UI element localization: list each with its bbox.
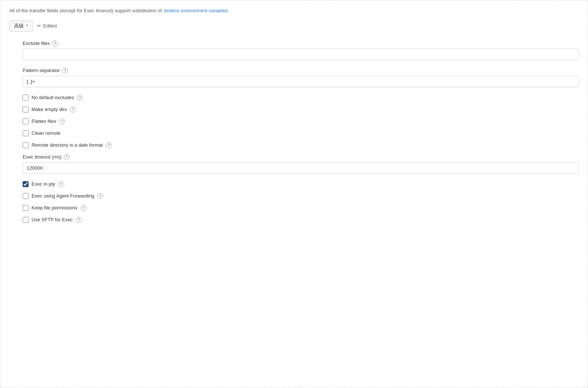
exclude-files-group: Exclude files ? — [23, 40, 579, 60]
keep-file-permissions-checkbox[interactable] — [23, 205, 29, 211]
no-default-excludes-row: No default excludes ? — [23, 95, 579, 101]
use-sftp-exec-label[interactable]: Use SFTP for Exec — [23, 217, 73, 223]
exec-in-pty-row: Exec in pty ? — [23, 181, 579, 187]
info-text-before: All of the transfer fields (except for E… — [9, 8, 163, 13]
make-empty-dirs-help-icon[interactable]: ? — [70, 107, 76, 113]
use-sftp-exec-text: Use SFTP for Exec — [32, 217, 73, 222]
jenkins-env-vars-link[interactable]: Jenkins environment variables — [163, 8, 228, 13]
keep-file-permissions-label[interactable]: Keep file permissions — [23, 205, 78, 211]
exec-in-pty-text: Exec in pty — [32, 181, 55, 187]
exec-agent-forwarding-checkbox[interactable] — [23, 193, 29, 199]
remote-dir-date-format-checkbox[interactable] — [23, 142, 29, 148]
no-default-excludes-text: No default excludes — [32, 95, 74, 100]
use-sftp-exec-help-icon[interactable]: ? — [76, 217, 82, 223]
remote-dir-date-format-row: Remote directory is a date format ? — [23, 142, 579, 148]
keep-file-permissions-row: Keep file permissions ? — [23, 205, 579, 211]
flatten-files-help-icon[interactable]: ? — [59, 118, 65, 124]
exclude-files-label: Exclude files ? — [23, 40, 579, 46]
make-empty-dirs-row: Make empty dirs ? — [23, 107, 579, 113]
pattern-separator-label: Pattern separator ? — [23, 68, 579, 74]
exec-agent-forwarding-label[interactable]: Exec using Agent Forwarding — [23, 193, 94, 199]
exec-agent-forwarding-help-icon[interactable]: ? — [97, 193, 103, 199]
flatten-files-row: Flatten files ? — [23, 118, 579, 124]
pattern-separator-help-icon[interactable]: ? — [62, 68, 68, 74]
pattern-separator-label-text: Pattern separator — [23, 68, 60, 73]
pattern-separator-group: Pattern separator ? — [23, 68, 579, 87]
make-empty-dirs-checkbox[interactable] — [23, 107, 29, 113]
exec-timeout-label: Exec timeout (ms) ? — [23, 154, 579, 160]
keep-file-permissions-text: Keep file permissions — [32, 205, 78, 211]
clean-remote-text: Clean remote — [32, 130, 60, 136]
flatten-files-checkbox[interactable] — [23, 118, 29, 124]
exec-timeout-label-text: Exec timeout (ms) — [23, 154, 62, 160]
use-sftp-exec-checkbox[interactable] — [23, 217, 29, 223]
info-bar: All of the transfer fields (except for E… — [9, 7, 579, 14]
flatten-files-text: Flatten files — [32, 118, 56, 124]
no-default-excludes-help-icon[interactable]: ? — [77, 95, 83, 101]
use-sftp-exec-row: Use SFTP for Exec ? — [23, 217, 579, 223]
no-default-excludes-checkbox[interactable] — [23, 95, 29, 101]
remote-dir-date-format-help-icon[interactable]: ? — [106, 142, 112, 148]
exec-in-pty-label[interactable]: Exec in pty — [23, 181, 55, 187]
chevron-up-icon: ^ — [26, 24, 28, 28]
pattern-separator-input[interactable] — [23, 76, 579, 87]
no-default-excludes-label[interactable]: No default excludes — [23, 95, 74, 101]
edited-indicator: ✏ Edited — [37, 23, 57, 29]
advanced-button[interactable]: 高级 ^ — [9, 20, 33, 32]
edited-text: Edited — [43, 23, 57, 29]
keep-file-permissions-help-icon[interactable]: ? — [81, 205, 86, 211]
edit-icon: ✏ — [37, 23, 41, 29]
exec-timeout-input[interactable] — [23, 162, 579, 174]
form-section: Exclude files ? Pattern separator ? No d… — [9, 40, 579, 223]
advanced-label: 高级 — [14, 23, 24, 29]
main-container: All of the transfer fields (except for E… — [0, 0, 588, 388]
remote-dir-date-format-text: Remote directory is a date format — [32, 142, 103, 148]
exclude-files-input[interactable] — [23, 49, 579, 60]
clean-remote-label[interactable]: Clean remote — [23, 130, 60, 136]
exec-timeout-group: Exec timeout (ms) ? — [23, 154, 579, 174]
make-empty-dirs-label[interactable]: Make empty dirs — [23, 107, 67, 113]
exec-in-pty-checkbox[interactable] — [23, 181, 29, 187]
toolbar: 高级 ^ ✏ Edited — [9, 20, 579, 32]
exclude-files-label-text: Exclude files — [23, 40, 50, 46]
clean-remote-row: Clean remote — [23, 130, 579, 136]
flatten-files-label[interactable]: Flatten files — [23, 118, 56, 124]
exec-timeout-help-icon[interactable]: ? — [64, 154, 70, 160]
exec-agent-forwarding-text: Exec using Agent Forwarding — [32, 193, 94, 199]
exec-in-pty-help-icon[interactable]: ? — [58, 181, 64, 187]
exclude-files-help-icon[interactable]: ? — [52, 40, 58, 46]
remote-dir-date-format-label[interactable]: Remote directory is a date format — [23, 142, 103, 148]
clean-remote-checkbox[interactable] — [23, 130, 29, 136]
make-empty-dirs-text: Make empty dirs — [32, 107, 67, 112]
exec-agent-forwarding-row: Exec using Agent Forwarding ? — [23, 193, 579, 199]
